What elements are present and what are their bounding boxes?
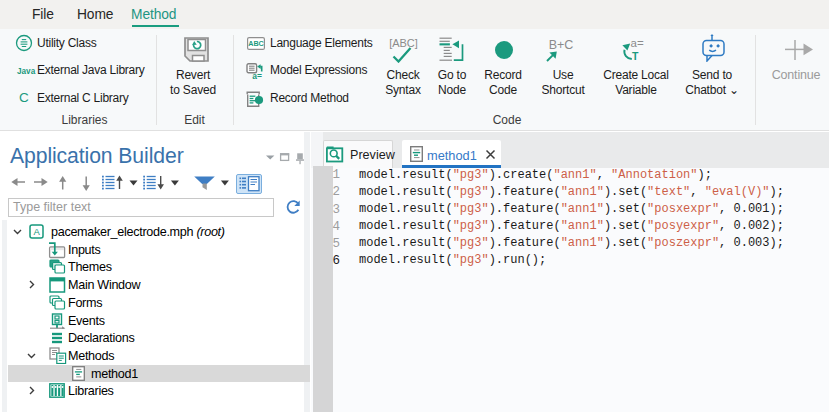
svg-text:A: A (33, 226, 40, 237)
svg-text:a=: a= (252, 71, 262, 80)
svg-text:T: T (632, 50, 639, 62)
svg-text:ABC: ABC (248, 39, 264, 48)
svg-text:B+C: B+C (549, 38, 574, 52)
svg-text:a=: a= (631, 37, 644, 49)
svg-text:[ABC]: [ABC] (389, 37, 418, 49)
